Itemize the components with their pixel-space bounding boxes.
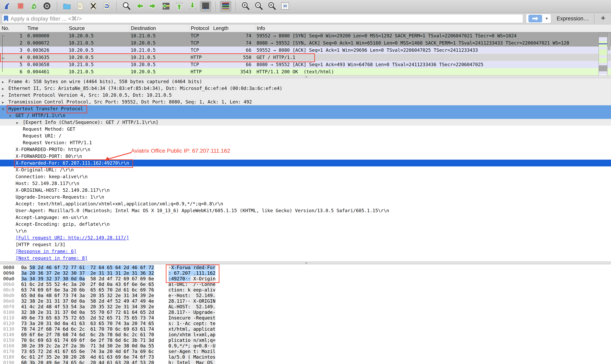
detail-row[interactable]: \r\n xyxy=(0,228,611,234)
ascii-char[interactable]: - xyxy=(174,265,177,270)
hex-byte[interactable]: 32 xyxy=(148,271,154,276)
hex-byte[interactable]: 72 xyxy=(115,276,124,281)
ascii-char[interactable]: g xyxy=(182,349,185,354)
ascii-char[interactable]: · xyxy=(207,343,210,348)
ascii-char[interactable]: = xyxy=(213,338,216,343)
add-filter-button[interactable]: + xyxy=(601,13,605,23)
hex-byte[interactable]: 2c xyxy=(132,332,140,337)
ascii-char[interactable]: i xyxy=(169,332,171,337)
hex-byte[interactable]: 52 xyxy=(54,282,63,287)
detail-row[interactable]: Accept-Language: en-us\r\n xyxy=(0,214,611,221)
hex-byte[interactable]: 65 xyxy=(71,360,79,364)
hex-row[interactable]: 010032 38 2e 31 31 37 0d 0a 55 70 67 72 … xyxy=(0,310,611,315)
hex-byte[interactable]: 6f xyxy=(79,338,85,343)
ascii-char[interactable]: : xyxy=(171,321,174,326)
ascii-char[interactable]: · xyxy=(210,343,213,348)
ascii-char[interactable]: 4 xyxy=(207,304,210,309)
hex-byte[interactable]: 65 xyxy=(148,282,154,287)
hex-byte[interactable]: 72 xyxy=(63,265,71,270)
ascii-char[interactable]: / xyxy=(196,338,199,343)
ascii-char[interactable]: * xyxy=(179,343,182,348)
ascii-char[interactable]: O xyxy=(199,299,202,304)
hex-byte[interactable]: 46 xyxy=(46,265,54,270)
ascii-char[interactable]: t xyxy=(194,349,196,354)
hex-byte[interactable]: 41 xyxy=(21,304,30,309)
hex-byte[interactable]: 20 xyxy=(148,360,154,364)
save-capture-file-button[interactable] xyxy=(74,1,86,12)
hex-byte[interactable]: 6c xyxy=(79,360,85,364)
ascii-char[interactable]: · xyxy=(182,321,185,326)
hex-byte[interactable]: 34 xyxy=(132,304,140,309)
ascii-char[interactable]: s xyxy=(169,349,171,354)
ascii-char[interactable]: / xyxy=(182,343,185,348)
ascii-char[interactable]: 8 xyxy=(171,299,174,304)
ascii-char[interactable]: t xyxy=(210,321,213,326)
hex-byte[interactable]: 3a xyxy=(63,287,71,292)
hex-row[interactable]: 017073 65 72 2d 41 67 65 6e 74 3a 20 4d … xyxy=(0,349,611,354)
packet-list-minimap[interactable] xyxy=(598,33,607,77)
ascii-char[interactable]: 6 xyxy=(174,271,177,276)
hex-byte[interactable]: 54 xyxy=(71,304,79,309)
ascii-char[interactable]: k xyxy=(188,287,191,292)
hex-byte[interactable]: 31 xyxy=(132,271,140,276)
ascii-char[interactable]: t xyxy=(171,287,174,292)
hex-byte[interactable]: 65 xyxy=(90,287,99,292)
hex-byte[interactable]: 61 xyxy=(140,332,149,337)
ascii-char[interactable]: u xyxy=(204,315,207,320)
ascii-char[interactable]: o xyxy=(204,349,207,354)
ascii-char[interactable]: t xyxy=(213,326,216,332)
ascii-char[interactable]: m xyxy=(202,338,204,343)
ascii-char[interactable] xyxy=(194,304,196,309)
hex-byte[interactable]: 6c xyxy=(132,287,140,292)
hex-byte[interactable]: 74 xyxy=(30,287,38,292)
ascii-char[interactable]: e xyxy=(196,321,199,326)
hex-byte[interactable]: 30 xyxy=(63,276,71,281)
hex-byte[interactable]: 6d xyxy=(63,326,71,332)
ascii-char[interactable]: d xyxy=(196,265,199,270)
ascii-char[interactable]: - xyxy=(204,265,207,270)
hex-byte[interactable]: 39 xyxy=(140,293,149,298)
ascii-char[interactable]: : xyxy=(188,293,191,298)
hex-row[interactable]: 00e032 38 2e 31 31 37 0d 0a 58 2d 4f 52 … xyxy=(0,298,611,304)
collapse-caret-icon[interactable]: ▼ xyxy=(9,113,16,119)
hex-byte[interactable]: 55 xyxy=(90,310,99,315)
ascii-char[interactable]: 9 xyxy=(210,304,213,309)
ascii-char[interactable]: d xyxy=(207,310,210,315)
hex-byte[interactable]: 2e xyxy=(115,304,124,309)
wireshark-start-capture-button[interactable] xyxy=(2,1,13,12)
hex-byte[interactable]: 2d xyxy=(38,265,46,270)
hex-byte[interactable]: 49 xyxy=(123,299,132,304)
hex-byte[interactable]: 64 xyxy=(132,310,140,315)
detail-row[interactable]: Host: 52.149.28.117\r\n xyxy=(0,180,611,187)
hex-byte[interactable]: 67 xyxy=(63,349,71,354)
ascii-char[interactable]: 6 xyxy=(210,271,213,276)
hex-byte[interactable]: 6f xyxy=(123,282,132,287)
ascii-char[interactable]: c xyxy=(169,287,171,292)
hex-byte[interactable]: 0a xyxy=(63,321,71,326)
ascii-char[interactable]: l xyxy=(204,338,207,343)
hex-row[interactable]: 00d065 0d 0a 48 6f 73 74 3a 20 35 32 2e … xyxy=(0,293,611,298)
ascii-char[interactable]: e xyxy=(199,265,202,270)
hex-byte[interactable]: 43 xyxy=(115,282,124,287)
hex-byte[interactable]: 65 xyxy=(99,287,107,292)
hex-byte[interactable]: 39 xyxy=(38,276,46,281)
hex-row[interactable]: 016030 2e 39 2c 2a 2f 2a 3b 71 3d 30 2e … xyxy=(0,343,611,349)
ascii-char[interactable]: c xyxy=(194,321,196,326)
hex-byte[interactable]: 69 xyxy=(71,338,79,343)
hex-row[interactable]: 011049 6e 73 65 63 75 72 65 2d 52 65 71 … xyxy=(0,315,611,321)
detail-row[interactable]: Connection: keep-alive\r\n xyxy=(0,173,611,180)
hex-byte[interactable]: 75 xyxy=(123,315,132,320)
hex-byte[interactable]: 0d xyxy=(71,276,79,281)
hex-byte[interactable]: 20 xyxy=(132,321,140,326)
go-to-packet-button[interactable] xyxy=(160,1,172,12)
hex-byte[interactable]: 32 xyxy=(107,304,115,309)
hex-byte[interactable]: 6f xyxy=(30,332,38,337)
hex-byte[interactable]: 3a xyxy=(79,304,85,309)
ascii-char[interactable]: : xyxy=(185,282,188,287)
hex-byte[interactable]: 6e xyxy=(54,287,63,292)
ascii-char[interactable]: p xyxy=(199,326,202,332)
hex-byte[interactable]: 6e xyxy=(123,354,132,360)
ascii-char[interactable]: p xyxy=(196,310,199,315)
packet-row[interactable]: 20.00007210.21.0.510.20.0.5TCP748080 → 5… xyxy=(0,39,611,47)
ascii-char[interactable]: e xyxy=(185,349,188,354)
